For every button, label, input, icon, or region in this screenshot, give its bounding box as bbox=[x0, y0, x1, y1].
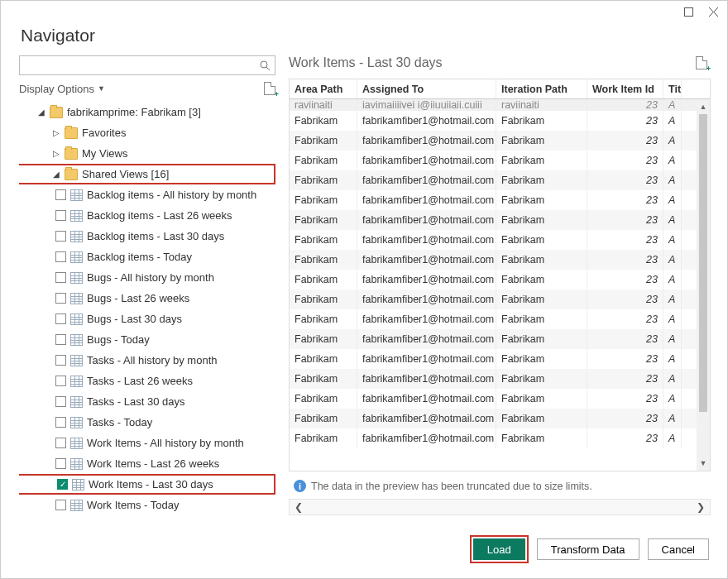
table-row[interactable]: Fabrikamfabrikamfiber1@hotmail.comFabrik… bbox=[290, 309, 710, 329]
col-iteration-path[interactable]: Iteration Path bbox=[496, 79, 587, 98]
tree-item-label: Work Items - Today bbox=[87, 499, 180, 511]
close-icon[interactable] bbox=[704, 2, 722, 21]
tree-myviews[interactable]: ▷ My Views bbox=[19, 143, 275, 164]
col-title[interactable]: Title bbox=[663, 79, 682, 98]
tree-sharedviews[interactable]: ◢ Shared Views [16] bbox=[19, 164, 275, 184]
add-preview-icon[interactable] bbox=[696, 56, 707, 69]
collapse-icon[interactable]: ◢ bbox=[37, 108, 46, 117]
checkbox[interactable] bbox=[55, 438, 66, 448]
info-text: The data in the preview has been truncat… bbox=[311, 481, 592, 492]
table-row[interactable]: Fabrikamfabrikamfiber1@hotmail.comFabrik… bbox=[290, 369, 710, 389]
search-box[interactable] bbox=[19, 55, 275, 75]
checkbox[interactable] bbox=[55, 189, 66, 200]
cell-area-path: Fabrikam bbox=[290, 250, 357, 270]
checkbox[interactable]: ✓ bbox=[57, 479, 68, 490]
tree-item[interactable]: Work Items - All history by month bbox=[19, 433, 275, 453]
checkbox[interactable] bbox=[55, 231, 66, 242]
checkbox[interactable] bbox=[55, 500, 66, 510]
cell-title: A bbox=[663, 270, 682, 290]
horizontal-scrollbar[interactable]: ❮ ❯ bbox=[289, 499, 711, 515]
col-work-item-id[interactable]: Work Item Id bbox=[587, 79, 663, 98]
table-row[interactable]: Fabrikamfabrikamfiber1@hotmail.comFabrik… bbox=[290, 329, 710, 349]
table-icon bbox=[70, 210, 83, 222]
cell-assigned-to: fabrikamfiber1@hotmail.com bbox=[357, 329, 496, 349]
tree-item[interactable]: Backlog items - All history by month bbox=[19, 184, 275, 205]
tree-root[interactable]: ◢ fabrikamprime: Fabrikam [3] bbox=[19, 102, 275, 122]
checkbox[interactable] bbox=[55, 210, 66, 221]
tree-item[interactable]: Backlog items - Last 26 weeks bbox=[19, 205, 275, 226]
table-row[interactable]: raviinaitiiavimaiiiivei i@iiuuiiaii.cuii… bbox=[290, 99, 710, 111]
search-input[interactable] bbox=[20, 60, 255, 72]
checkbox[interactable] bbox=[55, 458, 66, 469]
svg-point-3 bbox=[261, 61, 267, 68]
scroll-thumb[interactable] bbox=[699, 114, 707, 412]
checkbox[interactable] bbox=[55, 272, 66, 283]
table-icon bbox=[70, 458, 83, 470]
scroll-right-icon[interactable]: ❯ bbox=[697, 501, 705, 513]
tree-item[interactable]: Work Items - Last 26 weeks bbox=[19, 453, 275, 474]
table-row[interactable]: Fabrikamfabrikamfiber1@hotmail.comFabrik… bbox=[290, 230, 710, 250]
tree-item[interactable]: ✓Work Items - Last 30 days bbox=[19, 474, 275, 495]
checkbox[interactable] bbox=[55, 313, 66, 324]
tree-item[interactable]: Tasks - Last 26 weeks bbox=[19, 371, 275, 391]
table-row[interactable]: Fabrikamfabrikamfiber1@hotmail.comFabrik… bbox=[290, 290, 710, 309]
col-assigned-to[interactable]: Assigned To bbox=[357, 79, 496, 98]
table-row[interactable]: Fabrikamfabrikamfiber1@hotmail.comFabrik… bbox=[290, 170, 710, 190]
scroll-down-icon[interactable]: ▼ bbox=[700, 457, 707, 469]
col-area-path[interactable]: Area Path bbox=[290, 79, 357, 98]
collapse-icon[interactable]: ◢ bbox=[52, 170, 60, 179]
scroll-left-icon[interactable]: ❮ bbox=[295, 501, 303, 513]
tree-item[interactable]: Work Items - Today bbox=[19, 495, 275, 515]
checkbox[interactable] bbox=[55, 417, 66, 428]
cell-title: A bbox=[663, 170, 682, 190]
cell-iteration-path: Fabrikam bbox=[496, 309, 587, 329]
cell-iteration-path: Fabrikam bbox=[496, 389, 587, 409]
checkbox[interactable] bbox=[55, 376, 66, 386]
refresh-icon[interactable] bbox=[264, 82, 275, 95]
tree-item[interactable]: Bugs - Last 26 weeks bbox=[19, 288, 275, 309]
maximize-icon[interactable] bbox=[679, 2, 697, 21]
tree-item[interactable]: Backlog items - Today bbox=[19, 246, 275, 267]
tree-item[interactable]: Tasks - Today bbox=[19, 412, 275, 433]
tree-item[interactable]: Bugs - All history by month bbox=[19, 267, 275, 288]
transform-data-button[interactable]: Transform Data bbox=[537, 538, 639, 560]
cell-area-path: Fabrikam bbox=[290, 131, 357, 151]
table-row[interactable]: Fabrikamfabrikamfiber1@hotmail.comFabrik… bbox=[290, 409, 710, 428]
checkbox[interactable] bbox=[55, 293, 66, 304]
table-row[interactable]: Fabrikamfabrikamfiber1@hotmail.comFabrik… bbox=[290, 111, 710, 131]
checkbox[interactable] bbox=[55, 355, 66, 366]
cancel-button[interactable]: Cancel bbox=[648, 538, 709, 560]
search-icon[interactable] bbox=[255, 60, 275, 71]
table-row[interactable]: Fabrikamfabrikamfiber1@hotmail.comFabrik… bbox=[290, 270, 710, 290]
tree-item[interactable]: Tasks - Last 30 days bbox=[19, 391, 275, 412]
scroll-up-icon[interactable]: ▲ bbox=[700, 101, 707, 112]
expand-icon[interactable]: ▷ bbox=[52, 149, 60, 158]
table-row[interactable]: Fabrikamfabrikamfiber1@hotmail.comFabrik… bbox=[290, 250, 710, 270]
load-button[interactable]: Load bbox=[473, 538, 525, 560]
tree-item[interactable]: Tasks - All history by month bbox=[19, 350, 275, 371]
table-row[interactable]: Fabrikamfabrikamfiber1@hotmail.comFabrik… bbox=[290, 131, 710, 151]
checkbox[interactable] bbox=[55, 334, 66, 345]
cell-assigned-to: fabrikamfiber1@hotmail.com bbox=[357, 190, 496, 210]
tree-item[interactable]: Bugs - Today bbox=[19, 329, 275, 350]
table-icon bbox=[70, 500, 83, 511]
table-row[interactable]: Fabrikamfabrikamfiber1@hotmail.comFabrik… bbox=[290, 210, 710, 230]
tree-item[interactable]: Bugs - Last 30 days bbox=[19, 309, 275, 329]
expand-icon[interactable]: ▷ bbox=[52, 128, 60, 137]
table-row[interactable]: Fabrikamfabrikamfiber1@hotmail.comFabrik… bbox=[290, 151, 710, 170]
cell-title: A bbox=[663, 230, 682, 250]
cell-work-item-id: 23 bbox=[587, 250, 663, 270]
vertical-scrollbar[interactable]: ▲ ▼ bbox=[697, 99, 710, 471]
table-row[interactable]: Fabrikamfabrikamfiber1@hotmail.comFabrik… bbox=[290, 190, 710, 210]
checkbox[interactable] bbox=[55, 251, 66, 262]
tree-favorites[interactable]: ▷ Favorites bbox=[19, 122, 275, 143]
table-row[interactable]: Fabrikamfabrikamfiber1@hotmail.comFabrik… bbox=[290, 389, 710, 409]
cell-iteration-path: Fabrikam bbox=[496, 428, 587, 448]
table-row[interactable]: Fabrikamfabrikamfiber1@hotmail.comFabrik… bbox=[290, 349, 710, 369]
tree-item[interactable]: Backlog items - Last 30 days bbox=[19, 226, 275, 246]
preview-panel: Work Items - Last 30 days Area Path Assi… bbox=[289, 55, 711, 515]
checkbox[interactable] bbox=[55, 396, 66, 407]
table-row[interactable]: Fabrikamfabrikamfiber1@hotmail.comFabrik… bbox=[290, 428, 710, 448]
display-options-label: Display Options bbox=[19, 83, 94, 95]
display-options-dropdown[interactable]: Display Options ▼ bbox=[19, 83, 105, 95]
